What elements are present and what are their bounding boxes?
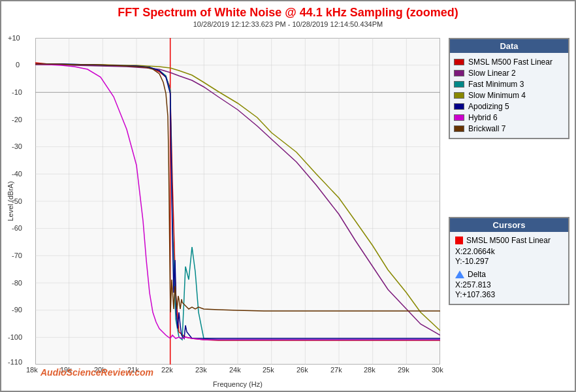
legend-color-hybrid: [454, 114, 464, 121]
chart-svg: [35, 38, 440, 365]
x-tick-28k: 28k: [364, 366, 376, 374]
x-tick-24k: 24k: [229, 366, 241, 374]
legend-color-slow-linear: [454, 70, 464, 76]
y-tick-n80: -80: [12, 279, 22, 287]
legend-color-slow-minimum: [454, 92, 464, 99]
watermark: AudioScienceReview.com: [40, 367, 153, 378]
legend-color-apodizing: [454, 103, 464, 110]
list-item: SMSL M500 Fast Linear: [454, 57, 564, 67]
chart-title: FFT Spectrum of White Noise @ 44.1 kHz S…: [1, 1, 575, 20]
legend-title: Data: [450, 39, 568, 53]
cursors-panel: Cursors SMSL M500 Fast Linear X:22.0664k…: [449, 217, 569, 305]
legend-label-slow-minimum: Slow Minimum 4: [468, 91, 526, 100]
x-tick-27k: 27k: [330, 366, 342, 374]
legend-label-slow-linear: Slow Linear 2: [468, 69, 516, 78]
x-tick-30k: 30k: [432, 366, 443, 374]
cursor-x-value: X:22.0664k: [455, 247, 563, 256]
x-tick-25k: 25k: [263, 366, 274, 374]
legend-label-apodizing: Apodizing 5: [468, 102, 509, 111]
delta-row: Delta: [455, 270, 563, 279]
y-tick-n110: -110: [8, 358, 22, 366]
delta-y-value: Y:+107.363: [455, 290, 563, 299]
cursor-color-indicator: [455, 237, 463, 244]
y-tick-n20: -20: [12, 116, 22, 123]
list-item: Slow Minimum 4: [454, 91, 564, 100]
y-tick-n100: -100: [8, 333, 22, 341]
cursors-title: Cursors: [450, 218, 568, 232]
legend-label-fast-linear: SMSL M500 Fast Linear: [468, 57, 552, 67]
delta-triangle-icon: [455, 270, 464, 278]
y-tick-n90: -90: [12, 306, 22, 314]
delta-x-value: X:257.813: [455, 280, 563, 289]
x-tick-22k: 22k: [161, 366, 173, 374]
y-tick-n60: -60: [12, 224, 22, 232]
x-tick-26k: 26k: [296, 366, 308, 374]
cursor-name-label: SMSL M500 Fast Linear: [466, 236, 551, 245]
legend-body: SMSL M500 Fast Linear Slow Linear 2 Fast…: [450, 53, 568, 138]
legend-color-fast-minimum: [454, 81, 464, 88]
y-tick-n10: -10: [12, 88, 22, 96]
x-tick-18k: 18k: [26, 366, 38, 374]
y-tick-n40: -40: [12, 170, 22, 178]
x-tick-29k: 29k: [398, 366, 409, 374]
list-item: Brickwall 7: [454, 124, 564, 133]
list-item: Slow Linear 2: [454, 69, 564, 78]
y-tick-0: 0: [16, 61, 20, 69]
x-axis-label: Frequency (Hz): [35, 380, 440, 388]
list-item: Hybrid 6: [454, 113, 564, 122]
cursor-y-value: Y:-10.297: [455, 257, 563, 266]
y-tick-10: +10: [8, 34, 20, 42]
chart-subtitle: 10/28/2019 12:12:33.623 PM - 10/28/2019 …: [1, 20, 575, 28]
x-tick-23k: 23k: [195, 366, 207, 374]
delta-label: Delta: [468, 270, 486, 279]
y-tick-n50: -50: [12, 197, 22, 205]
legend-label-fast-minimum: Fast Minimum 3: [468, 80, 524, 89]
y-tick-n70: -70: [12, 252, 22, 259]
main-window: FFT Spectrum of White Noise @ 44.1 kHz S…: [0, 0, 576, 392]
legend-panel: Data SMSL M500 Fast Linear Slow Linear 2…: [449, 38, 569, 139]
cursor-name-row: SMSL M500 Fast Linear: [455, 236, 563, 245]
chart-area: +10 0 -10 -20 -30 -40 -50 -60 -70 -80 -9…: [35, 38, 440, 365]
legend-label-hybrid: Hybrid 6: [468, 113, 498, 122]
legend-color-fast-linear: [454, 59, 464, 65]
legend-label-brickwall: Brickwall 7: [468, 124, 505, 133]
cursors-body: SMSL M500 Fast Linear X:22.0664k Y:-10.2…: [450, 232, 568, 304]
list-item: Apodizing 5: [454, 102, 564, 111]
list-item: Fast Minimum 3: [454, 80, 564, 89]
y-tick-n30: -30: [12, 142, 22, 150]
legend-color-brickwall: [454, 125, 464, 132]
